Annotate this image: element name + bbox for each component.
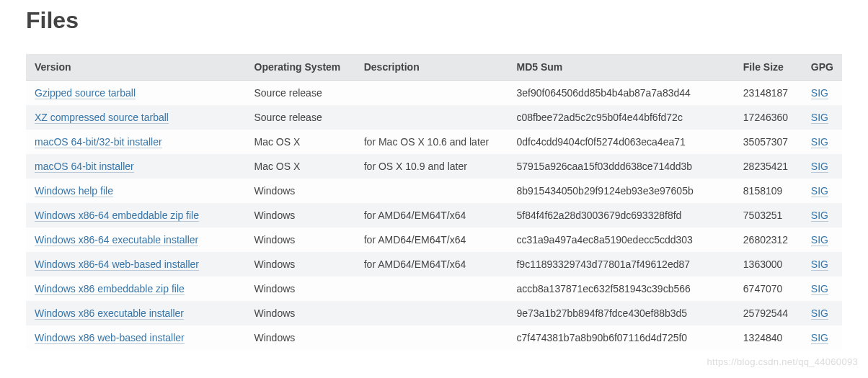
sig-link[interactable]: SIG xyxy=(811,210,828,222)
filesize-cell: 6747070 xyxy=(735,276,802,301)
os-cell: Mac OS X xyxy=(246,154,355,179)
header-gpg: GPG xyxy=(802,54,842,81)
version-link[interactable]: macOS 64-bit/32-bit installer xyxy=(35,136,162,148)
table-row: macOS 64-bit installerMac OS Xfor OS X 1… xyxy=(26,154,842,179)
table-row: Windows x86-64 executable installerWindo… xyxy=(26,228,842,252)
md5-cell: 5f84f4f62a28d3003679dc693328f8fd xyxy=(508,203,734,228)
filesize-cell: 8158109 xyxy=(735,179,802,203)
md5-cell: 8b915434050b29f9124eb93e3e97605b xyxy=(508,179,734,203)
table-header-row: Version Operating System Description MD5… xyxy=(26,54,842,81)
description-cell: for Mac OS X 10.6 and later xyxy=(355,130,508,154)
md5-cell: c7f474381b7a8b90b6f07116d4d725f0 xyxy=(508,325,734,350)
sig-link[interactable]: SIG xyxy=(811,283,828,295)
filesize-cell: 35057307 xyxy=(735,130,802,154)
os-cell: Windows xyxy=(246,203,355,228)
filesize-cell: 26802312 xyxy=(735,228,802,252)
os-cell: Mac OS X xyxy=(246,130,355,154)
filesize-cell: 1324840 xyxy=(735,325,802,350)
table-row: Windows x86-64 web-based installerWindow… xyxy=(26,252,842,276)
description-cell xyxy=(355,179,508,203)
sig-link[interactable]: SIG xyxy=(811,307,828,320)
sig-link[interactable]: SIG xyxy=(811,112,828,124)
sig-link[interactable]: SIG xyxy=(811,234,828,246)
filesize-cell: 17246360 xyxy=(735,105,802,130)
os-cell: Windows xyxy=(246,325,355,350)
filesize-cell: 25792544 xyxy=(735,301,802,325)
watermark-text: https://blog.csdn.net/qq_44060093 xyxy=(707,356,858,367)
files-table: Version Operating System Description MD5… xyxy=(26,54,842,350)
sig-link[interactable]: SIG xyxy=(811,136,828,148)
sig-link[interactable]: SIG xyxy=(811,185,828,197)
table-row: Windows x86-64 embeddable zip fileWindow… xyxy=(26,203,842,228)
table-row: XZ compressed source tarballSource relea… xyxy=(26,105,842,130)
sig-link[interactable]: SIG xyxy=(811,258,828,271)
version-link[interactable]: macOS 64-bit installer xyxy=(35,161,134,173)
filesize-cell: 28235421 xyxy=(735,154,802,179)
filesize-cell: 1363000 xyxy=(735,252,802,276)
description-cell: for AMD64/EM64T/x64 xyxy=(355,252,508,276)
table-row: Windows help fileWindows8b915434050b29f9… xyxy=(26,179,842,203)
version-link[interactable]: Windows x86-64 embeddable zip file xyxy=(35,210,199,222)
description-cell: for AMD64/EM64T/x64 xyxy=(355,203,508,228)
version-link[interactable]: Gzipped source tarball xyxy=(35,87,136,99)
description-cell: for OS X 10.9 and later xyxy=(355,154,508,179)
os-cell: Windows xyxy=(246,228,355,252)
version-link[interactable]: Windows x86 web-based installer xyxy=(35,332,185,344)
sig-link[interactable]: SIG xyxy=(811,161,828,173)
md5-cell: cc31a9a497a4ec8a5190edecc5cdd303 xyxy=(508,228,734,252)
table-row: macOS 64-bit/32-bit installerMac OS Xfor… xyxy=(26,130,842,154)
version-link[interactable]: Windows x86-64 web-based installer xyxy=(35,258,199,271)
sig-link[interactable]: SIG xyxy=(811,87,828,99)
description-cell xyxy=(355,81,508,106)
table-row: Windows x86 embeddable zip fileWindowsac… xyxy=(26,276,842,301)
description-cell: for AMD64/EM64T/x64 xyxy=(355,228,508,252)
os-cell: Source release xyxy=(246,105,355,130)
description-cell xyxy=(355,105,508,130)
md5-cell: c08fbee72ad5c2c95b0f4e44bf6fd72c xyxy=(508,105,734,130)
md5-cell: f9c11893329743d77801a7f49612ed87 xyxy=(508,252,734,276)
os-cell: Windows xyxy=(246,179,355,203)
md5-cell: 57915a926caa15f03ddd638ce714dd3b xyxy=(508,154,734,179)
description-cell xyxy=(355,325,508,350)
sig-link[interactable]: SIG xyxy=(811,332,828,344)
md5-cell: 3ef90f064506dd85b4b4ab87a7a83d44 xyxy=(508,81,734,106)
page-title: Files xyxy=(26,7,842,34)
filesize-cell: 23148187 xyxy=(735,81,802,106)
header-version: Version xyxy=(26,54,246,81)
md5-cell: accb8a137871ec632f581943c39cb566 xyxy=(508,276,734,301)
table-row: Gzipped source tarballSource release3ef9… xyxy=(26,81,842,106)
version-link[interactable]: XZ compressed source tarball xyxy=(35,112,169,124)
description-cell xyxy=(355,301,508,325)
table-row: Windows x86 web-based installerWindowsc7… xyxy=(26,325,842,350)
os-cell: Source release xyxy=(246,81,355,106)
header-description: Description xyxy=(355,54,508,81)
description-cell xyxy=(355,276,508,301)
header-filesize: File Size xyxy=(735,54,802,81)
version-link[interactable]: Windows help file xyxy=(35,185,113,197)
md5-cell: 9e73a1b27bb894f87fdce430ef88b3d5 xyxy=(508,301,734,325)
os-cell: Windows xyxy=(246,276,355,301)
os-cell: Windows xyxy=(246,301,355,325)
version-link[interactable]: Windows x86-64 executable installer xyxy=(35,234,198,246)
md5-cell: 0dfc4cdd9404cf0f5274d063eca4ea71 xyxy=(508,130,734,154)
header-md5: MD5 Sum xyxy=(508,54,734,81)
version-link[interactable]: Windows x86 embeddable zip file xyxy=(35,283,185,295)
table-row: Windows x86 executable installerWindows9… xyxy=(26,301,842,325)
os-cell: Windows xyxy=(246,252,355,276)
version-link[interactable]: Windows x86 executable installer xyxy=(35,307,184,320)
filesize-cell: 7503251 xyxy=(735,203,802,228)
header-os: Operating System xyxy=(246,54,355,81)
